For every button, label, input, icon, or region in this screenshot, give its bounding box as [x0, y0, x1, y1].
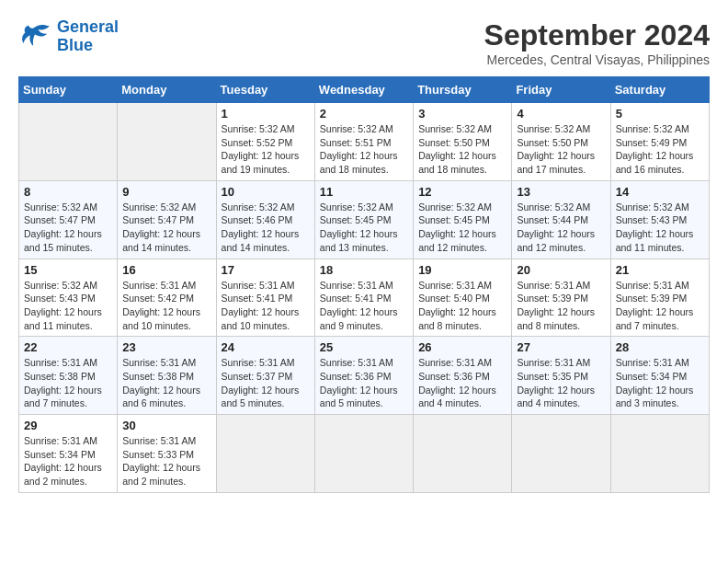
day-info: Sunrise: 5:31 AMSunset: 5:39 PMDaylight:… — [616, 279, 704, 333]
logo-text: GeneralBlue — [57, 18, 119, 55]
day-info: Sunrise: 5:31 AMSunset: 5:38 PMDaylight:… — [122, 356, 210, 410]
calendar-cell: 17Sunrise: 5:31 AMSunset: 5:41 PMDayligh… — [216, 259, 314, 337]
calendar-cell: 27Sunrise: 5:31 AMSunset: 5:35 PMDayligh… — [512, 337, 610, 415]
day-info: Sunrise: 5:32 AMSunset: 5:52 PMDaylight:… — [222, 122, 310, 177]
day-number: 1 — [222, 107, 310, 121]
day-number: 18 — [320, 263, 408, 277]
header-sunday: Sunday — [19, 77, 118, 103]
calendar-cell: 26Sunrise: 5:31 AMSunset: 5:36 PMDayligh… — [414, 337, 512, 415]
day-info: Sunrise: 5:31 AMSunset: 5:34 PMDaylight:… — [616, 356, 704, 410]
day-info: Sunrise: 5:31 AMSunset: 5:37 PMDaylight:… — [222, 356, 310, 410]
day-number: 11 — [320, 185, 408, 199]
header-thursday: Thursday — [414, 77, 512, 103]
logo: GeneralBlue — [18, 18, 119, 55]
calendar-cell: 10Sunrise: 5:32 AMSunset: 5:46 PMDayligh… — [216, 180, 314, 259]
header-saturday: Saturday — [610, 77, 709, 103]
day-info: Sunrise: 5:32 AMSunset: 5:47 PMDaylight:… — [122, 201, 210, 255]
calendar-cell: 21Sunrise: 5:31 AMSunset: 5:39 PMDayligh… — [610, 259, 709, 337]
day-info: Sunrise: 5:31 AMSunset: 5:41 PMDaylight:… — [222, 279, 310, 333]
day-number: 8 — [24, 185, 112, 199]
day-info: Sunrise: 5:31 AMSunset: 5:42 PMDaylight:… — [122, 279, 210, 333]
day-number: 24 — [222, 340, 310, 354]
calendar-cell: 4Sunrise: 5:32 AMSunset: 5:50 PMDaylight… — [512, 103, 610, 181]
calendar-cell — [314, 415, 413, 493]
month-title: September 2024 — [484, 18, 710, 52]
day-info: Sunrise: 5:32 AMSunset: 5:46 PMDaylight:… — [222, 201, 310, 255]
calendar-cell: 3Sunrise: 5:32 AMSunset: 5:50 PMDaylight… — [414, 103, 512, 181]
calendar-cell: 15Sunrise: 5:32 AMSunset: 5:43 PMDayligh… — [19, 259, 118, 337]
calendar-cell: 23Sunrise: 5:31 AMSunset: 5:38 PMDayligh… — [118, 337, 216, 415]
calendar-week-row: 8Sunrise: 5:32 AMSunset: 5:47 PMDaylight… — [19, 180, 710, 259]
day-info: Sunrise: 5:32 AMSunset: 5:49 PMDaylight:… — [616, 122, 704, 177]
day-number: 10 — [222, 185, 310, 199]
day-info: Sunrise: 5:32 AMSunset: 5:43 PMDaylight:… — [24, 279, 112, 333]
day-number: 5 — [616, 107, 704, 121]
calendar-cell — [610, 415, 709, 493]
day-number: 13 — [517, 185, 605, 199]
calendar-cell: 19Sunrise: 5:31 AMSunset: 5:40 PMDayligh… — [414, 259, 512, 337]
calendar-week-row: 15Sunrise: 5:32 AMSunset: 5:43 PMDayligh… — [19, 259, 710, 337]
page-header: GeneralBlue September 2024 Mercedes, Cen… — [18, 18, 710, 67]
calendar-cell — [414, 415, 512, 493]
logo-bird-icon — [18, 23, 51, 51]
logo-blue: Blue — [57, 36, 93, 54]
calendar-cell: 30Sunrise: 5:31 AMSunset: 5:33 PMDayligh… — [118, 415, 216, 493]
title-block: September 2024 Mercedes, Central Visayas… — [484, 18, 710, 67]
calendar-cell — [216, 415, 314, 493]
day-info: Sunrise: 5:32 AMSunset: 5:47 PMDaylight:… — [24, 201, 112, 255]
day-info: Sunrise: 5:31 AMSunset: 5:40 PMDaylight:… — [418, 279, 506, 333]
day-info: Sunrise: 5:31 AMSunset: 5:33 PMDaylight:… — [122, 434, 210, 488]
logo-general: General — [57, 17, 119, 36]
calendar-cell: 12Sunrise: 5:32 AMSunset: 5:45 PMDayligh… — [414, 180, 512, 259]
day-number: 28 — [616, 340, 704, 354]
calendar-cell: 16Sunrise: 5:31 AMSunset: 5:42 PMDayligh… — [118, 259, 216, 337]
calendar-table: SundayMondayTuesdayWednesdayThursdayFrid… — [18, 76, 710, 493]
calendar-cell: 20Sunrise: 5:31 AMSunset: 5:39 PMDayligh… — [512, 259, 610, 337]
calendar-cell: 8Sunrise: 5:32 AMSunset: 5:47 PMDaylight… — [19, 180, 118, 259]
day-info: Sunrise: 5:32 AMSunset: 5:45 PMDaylight:… — [320, 201, 408, 255]
calendar-cell: 2Sunrise: 5:32 AMSunset: 5:51 PMDaylight… — [314, 103, 413, 181]
calendar-cell — [118, 103, 216, 181]
day-info: Sunrise: 5:31 AMSunset: 5:39 PMDaylight:… — [517, 279, 605, 333]
day-number: 25 — [320, 340, 408, 354]
day-info: Sunrise: 5:32 AMSunset: 5:45 PMDaylight:… — [418, 201, 506, 255]
calendar-cell: 1Sunrise: 5:32 AMSunset: 5:52 PMDaylight… — [216, 103, 314, 181]
calendar-header-row: SundayMondayTuesdayWednesdayThursdayFrid… — [19, 77, 710, 103]
day-info: Sunrise: 5:31 AMSunset: 5:38 PMDaylight:… — [24, 356, 112, 410]
day-number: 19 — [418, 263, 506, 277]
day-number: 26 — [418, 340, 506, 354]
calendar-cell: 5Sunrise: 5:32 AMSunset: 5:49 PMDaylight… — [610, 103, 709, 181]
day-number: 14 — [616, 185, 704, 199]
day-info: Sunrise: 5:31 AMSunset: 5:35 PMDaylight:… — [517, 356, 605, 410]
day-number: 4 — [517, 107, 605, 121]
calendar-cell: 29Sunrise: 5:31 AMSunset: 5:34 PMDayligh… — [19, 415, 118, 493]
day-number: 16 — [122, 263, 210, 277]
day-number: 9 — [122, 185, 210, 199]
calendar-cell: 28Sunrise: 5:31 AMSunset: 5:34 PMDayligh… — [610, 337, 709, 415]
day-number: 30 — [122, 419, 210, 432]
day-number: 17 — [222, 263, 310, 277]
calendar-cell: 24Sunrise: 5:31 AMSunset: 5:37 PMDayligh… — [216, 337, 314, 415]
header-friday: Friday — [512, 77, 610, 103]
location: Mercedes, Central Visayas, Philippines — [484, 52, 710, 67]
day-number: 21 — [616, 263, 704, 277]
calendar-week-row: 1Sunrise: 5:32 AMSunset: 5:52 PMDaylight… — [19, 103, 710, 181]
calendar-cell: 14Sunrise: 5:32 AMSunset: 5:43 PMDayligh… — [610, 180, 709, 259]
calendar-cell: 18Sunrise: 5:31 AMSunset: 5:41 PMDayligh… — [314, 259, 413, 337]
day-info: Sunrise: 5:31 AMSunset: 5:41 PMDaylight:… — [320, 279, 408, 333]
header-wednesday: Wednesday — [314, 77, 413, 103]
calendar-cell: 9Sunrise: 5:32 AMSunset: 5:47 PMDaylight… — [118, 180, 216, 259]
day-number: 22 — [24, 340, 112, 354]
day-number: 27 — [517, 340, 605, 354]
day-info: Sunrise: 5:32 AMSunset: 5:43 PMDaylight:… — [616, 201, 704, 255]
day-number: 29 — [24, 419, 112, 432]
day-number: 12 — [418, 185, 506, 199]
calendar-cell: 25Sunrise: 5:31 AMSunset: 5:36 PMDayligh… — [314, 337, 413, 415]
header-tuesday: Tuesday — [216, 77, 314, 103]
calendar-cell: 22Sunrise: 5:31 AMSunset: 5:38 PMDayligh… — [19, 337, 118, 415]
day-info: Sunrise: 5:31 AMSunset: 5:36 PMDaylight:… — [418, 356, 506, 410]
calendar-week-row: 29Sunrise: 5:31 AMSunset: 5:34 PMDayligh… — [19, 415, 710, 493]
day-info: Sunrise: 5:31 AMSunset: 5:36 PMDaylight:… — [320, 356, 408, 410]
day-number: 3 — [418, 107, 506, 121]
calendar-cell: 13Sunrise: 5:32 AMSunset: 5:44 PMDayligh… — [512, 180, 610, 259]
